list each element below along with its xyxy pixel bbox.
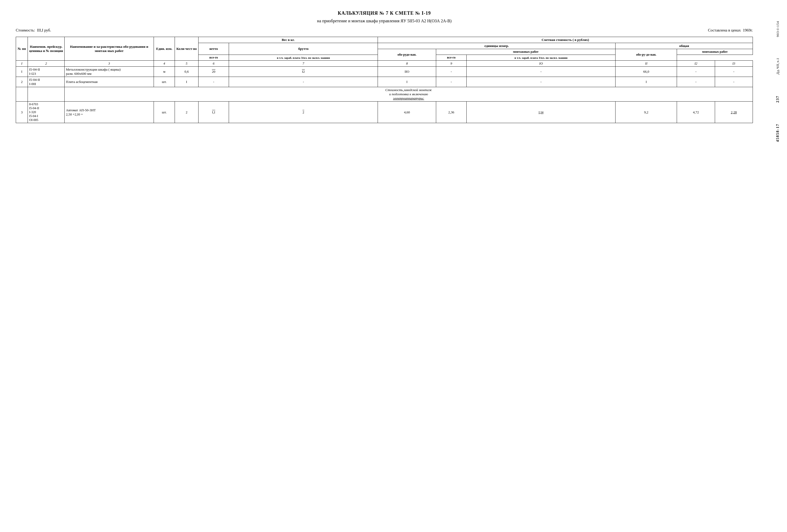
cell-inst-zp: - [467, 67, 616, 77]
cell-pricebook: 8-6703 I5-04-ІІ I-320 I5-04-I OI-005 [28, 102, 65, 123]
header-col-desc: Наименование и ха-рактеристика обо-рудов… [65, 37, 154, 61]
num-7: 7 [229, 61, 378, 67]
num-5: 5 [175, 61, 198, 67]
num-3: 3 [65, 61, 154, 67]
header-inst-all2: все-го [436, 55, 466, 61]
cell-wt-gross: I2 [229, 67, 378, 77]
side-number-1: 237 [776, 95, 780, 103]
cell-inst-all2: - [677, 67, 715, 77]
cell-eq-tot: 66,0 [616, 67, 677, 77]
cell-inst-all: - [436, 77, 466, 87]
header-wt-gross: брутто [229, 43, 378, 55]
cell-inst-all: - [436, 67, 466, 77]
num-6: 6 [198, 61, 229, 67]
num-10: IO [467, 61, 616, 67]
header-eq-tot: обо-ру-до-ван. [616, 49, 677, 61]
table-row: 3 8-6703 I5-04-ІІ I-320 I5-04-I OI-005 А… [16, 102, 753, 123]
table-row-sub: Стоимость,заводской монтажи подготовка к… [16, 87, 753, 102]
num-11: II [616, 61, 677, 67]
cost-label: Стоимость: III,I руб. [16, 28, 51, 32]
header-total-meas: общая [616, 43, 753, 49]
side-number-2: 45858-17 [776, 124, 780, 142]
header-col-pricebook: Наименов. прейскур. ценника и № позиции [28, 37, 65, 61]
cell-inst-zp2: - [715, 67, 752, 77]
cell-wt-gross: 2 [229, 102, 378, 123]
num-2: 2 [28, 61, 65, 67]
cell-desc: Автомат АП-50-3НТ2,50 +2,I0 = [65, 102, 154, 123]
page-subtitle: на приобретение и монтаж шкафа управлени… [16, 19, 753, 23]
cell-no: I [16, 67, 28, 77]
header-col-no: № пп [16, 37, 28, 61]
composed-label: Составлена в ценах 1969г. [708, 28, 753, 32]
header-inst-zp: в т.ч. зараб. плата З/пл. по экспл. маши… [229, 55, 378, 61]
cell-desc: Плита асбоцементная [65, 77, 154, 87]
header-inst-tot: монтажных работ [677, 49, 753, 55]
side-labels: 903-I-154 Дд.ЧП,ч.I 237 45858-17 [770, 0, 785, 532]
cell-desc: Металлоконструкции шкафа ( ящика)разм. 6… [65, 67, 154, 77]
num-1: I [16, 61, 28, 67]
num-12: I2 [677, 61, 715, 67]
cell-unit: м [154, 67, 175, 77]
cell-inst-zp2: - [715, 77, 752, 87]
num-9: 9 [436, 61, 466, 67]
cell-wt-net: 20 [198, 67, 229, 77]
cell-eq-unit: 4,60 [378, 102, 436, 123]
num-4: 4 [154, 61, 175, 67]
side-code-2: Дд.ЧП,ч.I [776, 58, 780, 74]
header-inst-all: все-го [198, 55, 229, 61]
header-wt-net: нетто [198, 43, 229, 55]
cell-inst-zp: I,I4 [467, 102, 616, 123]
header-unit-meas: единицы измер. [378, 43, 616, 49]
cell-pricebook: I5-04-ІІ I-I23 [28, 67, 65, 77]
cell-qty: I [175, 77, 198, 87]
side-code-1: 903-I-154 [776, 21, 780, 37]
cell-unit: шт. [154, 77, 175, 87]
cell-no: 3 [16, 102, 28, 123]
table-row: I I5-04-ІІ I-I23 Металлоконструкции шкаф… [16, 67, 753, 77]
cell-qty: 0,6 [175, 67, 198, 77]
cell-inst-all2: 4,72 [677, 102, 715, 123]
cell-wt-net: I,I [198, 102, 229, 123]
cell-wt-net: - [198, 77, 229, 87]
header-row-1: № пп Наименов. прейскур. ценника и № поз… [16, 37, 753, 43]
cell-inst-zp2: 2,28 [715, 102, 752, 123]
cell-eq-unit: I [378, 77, 436, 87]
cell-no-empty [16, 87, 28, 102]
table-row: 2 I5-04-ІІ I-00I Плита асбоцементная шт.… [16, 77, 753, 87]
cell-inst-all: 2,36 [436, 102, 466, 123]
cell-eq-unit: IIO [378, 67, 436, 77]
header-col-qty: Коли-чест-во [175, 37, 198, 61]
cell-inst-all2: - [677, 77, 715, 87]
cell-pricebook-empty [28, 87, 65, 102]
cell-subdesc: Стоимость,заводской монтажи подготовка к… [65, 87, 753, 102]
cell-qty: 2 [175, 102, 198, 123]
meta-row: Стоимость: III,I руб. Составлена в ценах… [16, 28, 753, 32]
header-inst-zp2: в т.ч. зараб. плата З/пл. по экспл. маши… [467, 55, 616, 61]
num-8: 8 [378, 61, 436, 67]
num-13: I3 [715, 61, 752, 67]
cell-eq-tot: 9,2 [616, 102, 677, 123]
cell-no: 2 [16, 77, 28, 87]
header-number-row: I 2 3 4 5 6 7 8 9 IO II I2 I3 [16, 61, 753, 67]
cell-wt-gross: - [229, 77, 378, 87]
header-col-unit: Един. изм. [154, 37, 175, 61]
cell-eq-tot: I [616, 77, 677, 87]
header-eq-unit: обо-рудо-ван. [378, 49, 436, 61]
cell-unit: шт. [154, 102, 175, 123]
page-title: КАЛЬКУЛЯЦИЯ № 7 К СМЕТЕ № I-19 [16, 10, 753, 16]
header-weight: Вес в кг. [198, 37, 378, 43]
header-inst-unit: монтажных работ [436, 49, 615, 55]
cell-inst-zp: - [467, 77, 616, 87]
main-table: № пп Наименов. прейскур. ценника и № поз… [16, 37, 753, 123]
cell-pricebook: I5-04-ІІ I-00I [28, 77, 65, 87]
header-smet-cost: Сметная стоимость ( в рублях) [378, 37, 753, 43]
